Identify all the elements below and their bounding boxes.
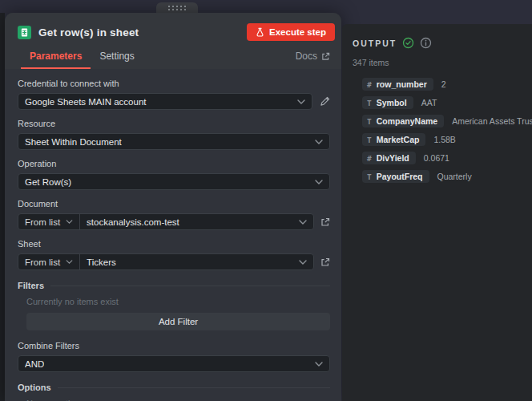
output-field-row: TPayoutFreqQuarterly	[362, 170, 532, 183]
schema-field-pill[interactable]: TPayoutFreq	[362, 170, 429, 183]
field-type-icon: #	[367, 80, 372, 89]
document-mode-value: From list	[25, 217, 60, 227]
operation-select[interactable]: Get Row(s)	[18, 173, 330, 190]
sheet-value-select[interactable]: Tickers	[80, 254, 313, 269]
document-value-select[interactable]: stockanalysis.com-test	[80, 214, 313, 229]
node-title: Get row(s) in sheet	[38, 26, 139, 38]
docs-link[interactable]: Docs	[291, 46, 335, 69]
field-value: 1.58B	[433, 135, 455, 144]
drag-dots	[168, 9, 186, 10]
execute-step-label: Execute step	[269, 27, 326, 37]
field-type-icon: T	[367, 136, 372, 144]
sheet-resource-locator: From list Tickers	[18, 253, 314, 270]
add-filter-label: Add Filter	[159, 317, 198, 326]
add-filter-button[interactable]: Add Filter	[26, 313, 330, 330]
chevron-down-icon	[315, 140, 323, 144]
field-value: AAT	[421, 98, 437, 107]
field-name: Symbol	[377, 98, 407, 107]
field-name: MarketCap	[377, 135, 420, 144]
document-mode-select[interactable]: From list	[18, 214, 80, 229]
drag-dots	[168, 6, 186, 7]
combine-filters-label: Combine Filters	[18, 341, 330, 350]
output-items-count: 347 items	[353, 58, 532, 67]
node-settings-panel: Get row(s) in sheet Execute step Paramet…	[5, 13, 341, 401]
resource-select[interactable]: Sheet Within Document	[18, 133, 330, 150]
field-value: American Assets Trust, Inc.	[452, 116, 532, 126]
resource-label: Resource	[18, 119, 330, 128]
drag-handle[interactable]	[156, 2, 198, 13]
section-divider	[58, 387, 330, 388]
sheet-mode-select[interactable]: From list	[18, 254, 80, 269]
chevron-down-icon	[297, 99, 305, 104]
output-field-row: #DivYield0.0671	[362, 152, 532, 164]
schema-field-pill[interactable]: TCompanyName	[362, 115, 444, 128]
combine-filters-value: AND	[25, 359, 44, 369]
document-label: Document	[18, 199, 330, 209]
field-type-icon: T	[367, 99, 372, 107]
tab-settings[interactable]: Settings	[91, 46, 143, 69]
output-field-row: TSymbolAAT	[362, 96, 532, 109]
operation-label: Operation	[18, 159, 330, 168]
combine-filters-select[interactable]: AND	[18, 355, 330, 372]
field-name: row_number	[377, 79, 427, 89]
output-title: OUTPUT	[353, 38, 397, 48]
info-icon[interactable]	[420, 37, 432, 49]
field-type-icon: #	[367, 154, 372, 163]
field-value: 2	[441, 79, 446, 89]
open-sheet-external-link-icon[interactable]	[320, 257, 330, 267]
sheet-label: Sheet	[18, 239, 330, 249]
field-name: PayoutFreq	[377, 172, 423, 181]
filters-empty-text: Currently no items exist	[26, 297, 330, 306]
docs-label: Docs	[296, 51, 317, 62]
output-field-row: TMarketCap1.58B	[362, 133, 532, 146]
sheet-mode-value: From list	[25, 257, 60, 267]
field-value: Quarterly	[437, 172, 472, 181]
execute-step-button[interactable]: Execute step	[247, 23, 335, 41]
document-resource-locator: From list stockanalysis.com-test	[18, 213, 314, 230]
credential-value: Google Sheets MAIN account	[25, 97, 147, 107]
resource-value: Sheet Within Document	[25, 137, 122, 147]
sheet-value: Tickers	[87, 257, 116, 267]
filters-section-label: Filters	[18, 281, 44, 290]
output-fields: #row_number2TSymbolAATTCompanyNameAmeric…	[362, 78, 532, 183]
schema-field-pill[interactable]: #row_number	[362, 78, 433, 91]
options-section-label: Options	[18, 383, 51, 392]
field-name: CompanyName	[377, 116, 437, 126]
output-panel: OUTPUT 347 items #row_number2TSymbolAATT…	[342, 24, 532, 401]
panel-header: Get row(s) in sheet Execute step Paramet…	[5, 13, 341, 69]
chevron-down-icon	[315, 362, 323, 367]
operation-value: Get Row(s)	[25, 177, 71, 187]
schema-field-pill[interactable]: TSymbol	[362, 96, 413, 109]
field-name: DivYield	[377, 153, 409, 163]
chevron-down-icon	[315, 180, 323, 184]
edit-credential-pencil-icon[interactable]	[320, 96, 330, 107]
google-sheets-icon	[18, 26, 31, 39]
success-check-icon	[402, 37, 414, 49]
section-divider	[50, 286, 330, 286]
document-value: stockanalysis.com-test	[87, 217, 179, 227]
field-type-icon: T	[367, 172, 372, 181]
schema-field-pill[interactable]: TMarketCap	[362, 133, 425, 146]
field-value: 0.0671	[424, 153, 449, 163]
credential-label: Credential to connect with	[18, 79, 330, 88]
external-link-icon	[321, 52, 330, 61]
open-document-external-link-icon[interactable]	[320, 217, 330, 227]
schema-field-pill[interactable]: #DivYield	[362, 152, 416, 164]
tab-parameters[interactable]: Parameters	[21, 46, 91, 69]
credential-select[interactable]: Google Sheets MAIN account	[18, 93, 312, 110]
output-field-row: #row_number2	[362, 78, 532, 91]
parameters-form: Credential to connect with Google Sheets…	[5, 69, 341, 401]
output-field-row: TCompanyNameAmerican Assets Trust, Inc.	[362, 115, 532, 128]
flask-icon	[256, 27, 264, 37]
field-type-icon: T	[367, 117, 372, 126]
